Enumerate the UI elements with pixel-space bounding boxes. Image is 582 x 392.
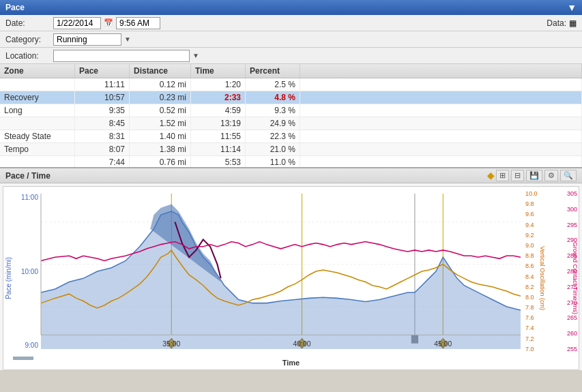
table-row[interactable]: Steady State 8:31 1.40 mi 11:55 22.3 % xyxy=(0,130,582,143)
td-percent: 11.0 % xyxy=(246,156,300,167)
chart-toolbar: ◆ ⊞ ⊟ 💾 ⚙ 🔍 xyxy=(487,170,577,181)
time-input[interactable] xyxy=(116,17,160,29)
table-row[interactable]: Tempo 8:07 1.38 mi 11:14 21.0 % xyxy=(0,143,582,156)
table-row[interactable]: 8:45 1.52 mi 13:19 24.9 % xyxy=(0,117,582,130)
td-time: 2:33 xyxy=(191,91,246,104)
td-time: 5:53 xyxy=(191,156,246,167)
table-row[interactable]: 11:11 0.12 mi 1:20 2.5 % xyxy=(0,78,582,91)
calendar-icon[interactable]: 📅 xyxy=(104,18,113,27)
td-pace: 8:07 xyxy=(75,143,130,155)
zoom-btn[interactable]: 🔍 xyxy=(560,170,577,181)
y-right1-title: Vertical Oscillation (cm) xyxy=(536,246,546,310)
table-body[interactable]: 11:11 0.12 mi 1:20 2.5 % Recovery 10:57 … xyxy=(0,78,582,167)
location-input[interactable] xyxy=(53,50,190,62)
td-distance: 0.23 mi xyxy=(130,91,191,104)
x-axis-title: Time xyxy=(282,359,300,367)
y-left-tick-1100: 11:00 xyxy=(21,194,38,201)
date-input[interactable] xyxy=(53,17,101,29)
td-time: 1:20 xyxy=(191,78,246,91)
settings-btn[interactable]: ⚙ xyxy=(544,170,558,181)
col-pace: Pace xyxy=(75,64,130,78)
table-row[interactable]: 7:44 0.76 mi 5:53 11.0 % xyxy=(0,156,582,167)
td-distance: 1.52 mi xyxy=(130,117,191,130)
svg-text:35:00: 35:00 xyxy=(162,340,180,348)
td-pace: 10:57 xyxy=(75,91,130,104)
data-label: Data: xyxy=(547,18,566,28)
td-zone xyxy=(0,156,75,167)
table-row[interactable]: Recovery 10:57 0.23 mi 2:33 4.8 % xyxy=(0,91,582,104)
save-btn[interactable]: 💾 xyxy=(526,170,542,181)
col-time: Time xyxy=(191,64,246,78)
td-percent: 9.3 % xyxy=(246,104,300,117)
td-zone xyxy=(0,78,75,91)
category-dropdown-icon[interactable]: ▼ xyxy=(124,35,131,43)
window-title: Pace xyxy=(5,3,25,12)
grid-btn[interactable]: ⊞ xyxy=(496,170,509,181)
location-dropdown-icon[interactable]: ▼ xyxy=(192,52,199,59)
y-left-axis: 11:00 10:00 9:00 xyxy=(3,194,41,349)
chart-title-bar: Pace / Time ◆ ⊞ ⊟ 💾 ⚙ 🔍 xyxy=(0,168,582,183)
date-row: Date: 📅 Data: ▦ xyxy=(0,15,582,31)
svg-text:40:00: 40:00 xyxy=(293,340,311,348)
td-zone: Recovery xyxy=(0,91,75,104)
category-label: Category: xyxy=(5,35,53,44)
col-percent: Percent xyxy=(246,64,300,78)
td-extra xyxy=(300,117,582,130)
td-extra xyxy=(300,78,582,91)
chart-area: Pace (min/mi) 11:00 10:00 9:00 10.0 9.8 … xyxy=(3,186,579,370)
chart-plot: 35:00 40:00 45:00 xyxy=(41,194,521,349)
td-pace: 8:31 xyxy=(75,130,130,142)
td-pace: 11:11 xyxy=(75,78,130,91)
td-time: 13:19 xyxy=(191,117,246,130)
col-scrollbar-spacer xyxy=(300,64,582,78)
category-input[interactable] xyxy=(53,33,121,46)
td-pace: 9:35 xyxy=(75,104,130,117)
category-row: Category: ▼ xyxy=(0,31,582,48)
data-grid-icon[interactable]: ▦ xyxy=(569,18,577,28)
chart-svg: 35:00 40:00 45:00 xyxy=(41,194,521,349)
td-zone: Tempo xyxy=(0,143,75,155)
td-time: 11:55 xyxy=(191,130,246,142)
y-right2-title: Ground Contact Time (ms) xyxy=(569,242,579,314)
title-bar: Pace ▼ xyxy=(0,0,582,15)
date-label: Date: xyxy=(5,18,53,28)
table-btn[interactable]: ⊟ xyxy=(511,170,524,181)
td-distance: 0.12 mi xyxy=(130,78,191,91)
td-pace: 7:44 xyxy=(75,156,130,167)
td-distance: 0.52 mi xyxy=(130,104,191,117)
location-label: Location: xyxy=(5,51,53,61)
td-distance: 1.40 mi xyxy=(130,130,191,142)
td-pace: 8:45 xyxy=(75,117,130,130)
svg-text:45:00: 45:00 xyxy=(434,340,452,348)
td-distance: 0.76 mi xyxy=(130,156,191,167)
td-time: 4:59 xyxy=(191,104,246,117)
td-zone xyxy=(0,117,75,130)
td-distance: 1.38 mi xyxy=(130,143,191,155)
y-left-tick-900: 9:00 xyxy=(25,342,38,349)
chart-title: Pace / Time xyxy=(5,171,50,181)
td-percent: 2.5 % xyxy=(246,78,300,91)
col-distance: Distance xyxy=(130,64,191,78)
table-row[interactable]: Long 9:35 0.52 mi 4:59 9.3 % xyxy=(0,104,582,117)
col-zone: Zone xyxy=(0,64,75,78)
td-zone: Long xyxy=(0,104,75,117)
table-header: Zone Pace Distance Time Percent xyxy=(0,64,582,78)
td-percent: 22.3 % xyxy=(246,130,300,142)
td-zone: Steady State xyxy=(0,130,75,142)
td-percent: 4.8 % xyxy=(246,91,300,104)
zone-table: Zone Pace Distance Time Percent 11:11 0.… xyxy=(0,64,582,168)
close-button[interactable]: ▼ xyxy=(567,2,577,13)
td-extra xyxy=(300,91,582,104)
td-time: 11:14 xyxy=(191,143,246,155)
y-right1-tick-100: 10.0 xyxy=(525,190,538,197)
y-left-tick-1000: 10:00 xyxy=(21,268,38,275)
td-percent: 24.9 % xyxy=(246,117,300,130)
scroll-indicator[interactable] xyxy=(13,357,33,360)
td-extra xyxy=(300,143,582,155)
td-percent: 21.0 % xyxy=(246,143,300,155)
chart-section: Pace / Time ◆ ⊞ ⊟ 💾 ⚙ 🔍 Pace (min/mi) 11… xyxy=(0,168,582,370)
diamond-icon[interactable]: ◆ xyxy=(487,170,494,181)
td-extra xyxy=(300,156,582,167)
location-row: Location: ▼ xyxy=(0,48,582,64)
td-extra xyxy=(300,130,582,142)
